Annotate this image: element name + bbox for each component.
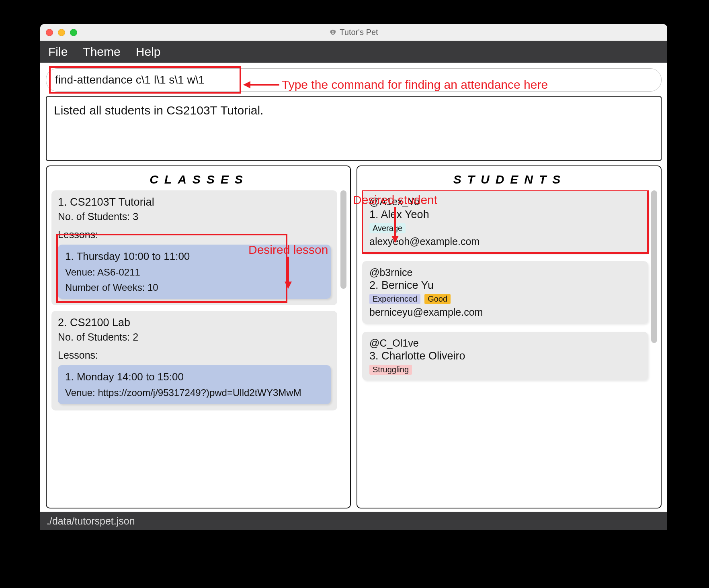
class-heading: 1. CS2103T Tutorial (58, 196, 331, 208)
titlebar: Tutor's Pet (40, 24, 667, 41)
students-scrollbar-thumb[interactable] (651, 190, 657, 343)
tag: Experienced (369, 294, 420, 304)
lesson-venue: Venue: AS6-0211 (65, 267, 324, 278)
student-tags: Struggling (369, 365, 641, 375)
student-card[interactable]: @b3rnice 2. Bernice Yu Experienced Good … (362, 261, 648, 324)
result-message: Listed all students in CS2103T Tutorial. (54, 104, 263, 117)
menu-help[interactable]: Help (136, 45, 161, 59)
minimize-icon[interactable] (58, 29, 65, 36)
class-heading: 2. CS2100 Lab (58, 316, 331, 329)
students-scrollbar[interactable] (651, 190, 658, 508)
class-lessons-label: Lessons: (58, 229, 331, 241)
lesson-title: 1. Monday 14:00 to 15:00 (65, 371, 324, 383)
tag: Struggling (369, 365, 412, 375)
window-title: Tutor's Pet (340, 28, 378, 37)
student-card[interactable]: @A1ex_Yo 1. Alex Yeoh Average alexyeoh@e… (362, 190, 648, 253)
student-card[interactable]: @C_Ol1ve 3. Charlotte Oliveiro Strugglin… (362, 332, 648, 380)
student-handle: @C_Ol1ve (369, 337, 641, 349)
class-lessons-label: Lessons: (58, 349, 331, 361)
class-card[interactable]: 2. CS2100 Lab No. of Students: 2 Lessons… (51, 311, 337, 410)
maximize-icon[interactable] (70, 29, 77, 36)
student-tags: Experienced Good (369, 294, 641, 304)
menu-theme[interactable]: Theme (83, 45, 120, 59)
student-handle: @b3rnice (369, 267, 641, 278)
lesson-card[interactable]: 1. Thursday 10:00 to 11:00 Venue: AS6-02… (58, 245, 331, 299)
close-icon[interactable] (46, 29, 53, 36)
tag: Average (369, 223, 406, 233)
classes-panel-title: CLASSES (51, 173, 347, 186)
class-card[interactable]: 1. CS2103T Tutorial No. of Students: 3 L… (51, 190, 337, 305)
classes-scrollbar-thumb[interactable] (340, 190, 346, 289)
app-window: Tutor's Pet File Theme Help Listed all s… (40, 24, 667, 530)
lesson-card[interactable]: 1. Monday 14:00 to 15:00 Venue: https://… (58, 365, 331, 404)
command-input[interactable] (46, 68, 662, 92)
lesson-title: 1. Thursday 10:00 to 11:00 (65, 250, 324, 263)
classes-scrollbar[interactable] (340, 190, 347, 508)
student-name: 3. Charlotte Oliveiro (369, 350, 641, 362)
class-student-count: No. of Students: 3 (58, 211, 331, 223)
students-panel: STUDENTS @A1ex_Yo 1. Alex Yeoh Average a… (357, 165, 662, 508)
student-name: 1. Alex Yeoh (369, 208, 641, 221)
student-handle: @A1ex_Yo (369, 196, 641, 208)
status-path: ./data/tutorspet.json (47, 515, 135, 527)
students-panel-title: STUDENTS (362, 173, 658, 186)
lesson-weeks: Number of Weeks: 10 (65, 282, 324, 293)
lesson-venue: Venue: https://zoom/j/95317249?)pwd=Ulld… (65, 387, 324, 398)
classes-panel: CLASSES 1. CS2103T Tutorial No. of Stude… (46, 165, 351, 508)
student-email: berniceyu@example.com (369, 306, 641, 318)
tag: Good (424, 294, 451, 304)
student-name: 2. Bernice Yu (369, 279, 641, 292)
student-tags: Average (369, 223, 641, 233)
result-message-box: Listed all students in CS2103T Tutorial. (46, 96, 662, 161)
app-logo-icon (329, 29, 336, 36)
statusbar: ./data/tutorspet.json (40, 512, 667, 530)
student-email: alexyeoh@example.com (369, 236, 641, 247)
menu-file[interactable]: File (48, 45, 68, 59)
menubar: File Theme Help (40, 41, 667, 63)
class-student-count: No. of Students: 2 (58, 331, 331, 343)
